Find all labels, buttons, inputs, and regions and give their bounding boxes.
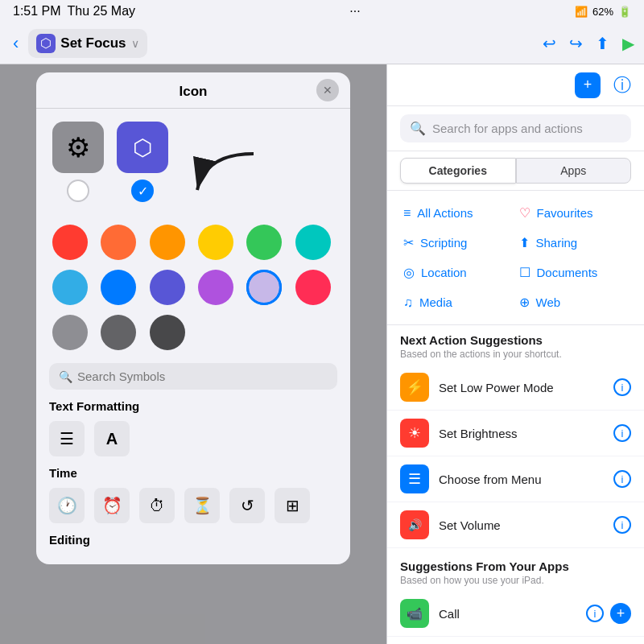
- nav-title-group[interactable]: ⬡ Set Focus ∨: [28, 29, 147, 58]
- redo-button[interactable]: ↪: [569, 34, 583, 53]
- layervault-icon-item[interactable]: ⬡ ✓: [117, 122, 168, 202]
- alarm-symbol[interactable]: ⏰: [94, 488, 130, 523]
- symbol-search-input[interactable]: [77, 369, 328, 383]
- color-orange[interactable]: [150, 225, 185, 260]
- status-time: 1:51 PM: [13, 4, 61, 19]
- app-suggestions-title: Suggestions From Your Apps: [400, 559, 631, 573]
- app-suggestions-subtitle: Based on how you use your iPad.: [400, 575, 631, 586]
- undo-button[interactable]: ↩: [543, 34, 556, 53]
- symbol-search-icon: 🔍: [59, 370, 72, 383]
- tab-apps[interactable]: Apps: [516, 158, 632, 184]
- color-purple[interactable]: [150, 270, 185, 305]
- low-power-char: ⚡: [406, 378, 423, 396]
- color-yellow[interactable]: [198, 225, 233, 260]
- search-bar-wrapper[interactable]: 🔍 Search for apps and actions: [400, 114, 631, 142]
- settings-radio[interactable]: [67, 180, 89, 202]
- modal-close-button[interactable]: ✕: [316, 79, 339, 101]
- action-choose-from-menu[interactable]: ☰ Choose from Menu i: [387, 456, 644, 502]
- add-shortcut-button[interactable]: +: [575, 72, 601, 98]
- next-suggestions-title: Next Action Suggestions: [400, 333, 631, 347]
- category-documents[interactable]: ☐ Documents: [516, 258, 632, 287]
- web-label: Web: [536, 295, 561, 309]
- volume-char: 🔊: [408, 518, 422, 531]
- color-dark-gray[interactable]: [101, 315, 136, 350]
- set-volume-label: Set Volume: [439, 518, 613, 532]
- list-symbol[interactable]: ☰: [49, 421, 85, 456]
- tab-categories[interactable]: Categories: [400, 158, 516, 184]
- info-button[interactable]: ⓘ: [613, 73, 631, 97]
- nav-left: ‹ ⬡ Set Focus ∨: [10, 29, 543, 58]
- action-set-volume[interactable]: 🔊 Set Volume i: [387, 502, 644, 548]
- category-all-actions[interactable]: ≡ All Actions: [400, 199, 516, 227]
- layervault-radio[interactable]: ✓: [131, 180, 154, 202]
- symbol-search-bar[interactable]: 🔍: [49, 363, 337, 390]
- nav-title: Set Focus: [60, 35, 126, 52]
- run-button[interactable]: ▶: [622, 34, 634, 53]
- color-darker-gray[interactable]: [150, 315, 185, 350]
- nav-chevron-icon: ∨: [131, 37, 139, 50]
- set-volume-info[interactable]: i: [613, 516, 631, 534]
- action-call[interactable]: 📹 Call i +: [387, 591, 644, 637]
- time-section: Time 🕐 ⏰ ⏱ ⏳ ↺ ⊞: [36, 466, 350, 533]
- color-green[interactable]: [246, 225, 282, 260]
- color-violet[interactable]: [198, 270, 233, 305]
- color-red[interactable]: [52, 225, 88, 260]
- color-orange-red[interactable]: [101, 225, 136, 260]
- color-pink[interactable]: [295, 270, 331, 305]
- modal-header: Icon ✕: [36, 72, 350, 109]
- next-suggestions-subtitle: Based on the actions in your shortcut.: [400, 349, 631, 360]
- media-icon: ♫: [403, 295, 413, 310]
- location-label: Location: [421, 266, 467, 279]
- nav-bar: ‹ ⬡ Set Focus ∨ ↩ ↪ ⬆ ▶: [0, 23, 644, 64]
- modal-card: Icon ✕ ⚙ ⬡ ✓: [36, 72, 350, 564]
- color-grid: [36, 218, 350, 363]
- color-light-blue[interactable]: [52, 270, 88, 305]
- choose-menu-info[interactable]: i: [613, 470, 631, 488]
- gear-char: ⚙: [66, 131, 90, 163]
- layervault-char: ⬡: [133, 134, 152, 161]
- next-action-list: ⚡ Set Low Power Mode i ☀ Set Brightness …: [387, 361, 644, 551]
- sharing-icon: ⬆: [519, 235, 530, 250]
- battery-level: 62%: [592, 6, 613, 18]
- status-dots: ···: [349, 4, 360, 19]
- grid-symbol[interactable]: ⊞: [275, 488, 310, 523]
- app-suggestions-list: 📹 Call i +: [387, 588, 644, 640]
- text-format-symbol[interactable]: A: [94, 421, 130, 456]
- color-teal[interactable]: [295, 225, 331, 260]
- set-low-power-icon: ⚡: [400, 373, 429, 402]
- text-formatting-title: Text Formatting: [49, 399, 337, 413]
- web-icon: ⊕: [519, 295, 530, 310]
- color-lavender[interactable]: [246, 270, 282, 305]
- category-media[interactable]: ♫ Media: [400, 288, 516, 316]
- editing-title: Editing: [49, 533, 337, 547]
- action-set-brightness[interactable]: ☀ Set Brightness i: [387, 411, 644, 456]
- set-low-power-info[interactable]: i: [613, 378, 631, 396]
- back-button[interactable]: ‹: [10, 30, 22, 57]
- arrow-annotation: [189, 146, 270, 205]
- call-add[interactable]: +: [610, 603, 631, 624]
- settings-icon-item[interactable]: ⚙: [52, 122, 104, 202]
- color-gray[interactable]: [52, 315, 88, 350]
- shortcut-icon: ⬡: [36, 34, 56, 53]
- shortcut-icon-char: ⬡: [40, 35, 52, 51]
- search-bar[interactable]: 🔍 Search for apps and actions: [387, 106, 644, 151]
- share-button[interactable]: ⬆: [596, 34, 609, 53]
- hourglass-symbol[interactable]: ⏳: [184, 488, 220, 523]
- color-blue[interactable]: [101, 270, 136, 305]
- action-set-low-power[interactable]: ⚡ Set Low Power Mode i: [387, 365, 644, 411]
- choose-menu-label: Choose from Menu: [439, 473, 613, 486]
- category-sharing[interactable]: ⬆ Sharing: [516, 229, 632, 257]
- refresh-symbol[interactable]: ↺: [229, 488, 265, 523]
- category-web[interactable]: ⊕ Web: [516, 288, 632, 316]
- set-brightness-info[interactable]: i: [613, 424, 631, 442]
- sharing-label: Sharing: [536, 236, 578, 250]
- editing-section: Editing: [36, 533, 350, 564]
- category-scripting[interactable]: ✂ Scripting: [400, 229, 516, 257]
- stopwatch-symbol[interactable]: ⏱: [139, 488, 175, 523]
- category-location[interactable]: ◎ Location: [400, 258, 516, 287]
- clock-symbol[interactable]: 🕐: [49, 488, 85, 523]
- call-info[interactable]: i: [586, 605, 604, 622]
- nav-actions: ↩ ↪ ⬆ ▶: [543, 34, 634, 53]
- documents-icon: ☐: [519, 265, 530, 280]
- category-favourites[interactable]: ♡ Favourites: [516, 199, 632, 227]
